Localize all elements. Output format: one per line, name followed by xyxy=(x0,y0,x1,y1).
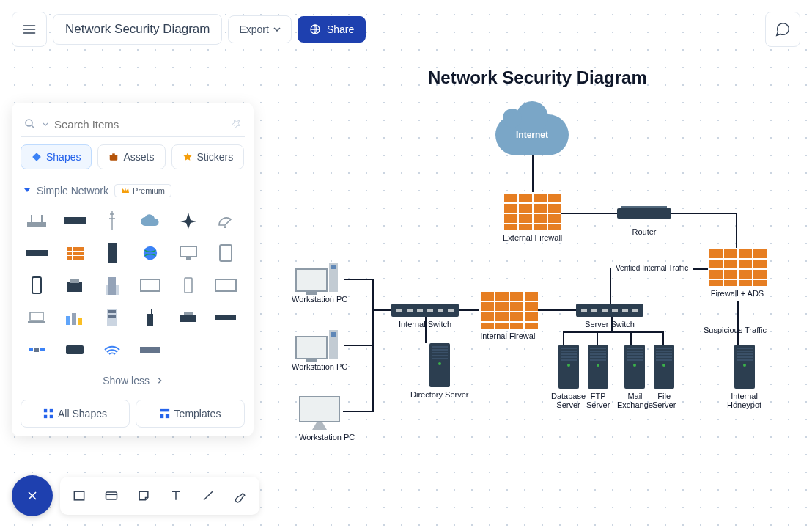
node-workstation-1[interactable]: Workstation PC xyxy=(292,263,347,304)
svg-rect-31 xyxy=(184,312,193,315)
workstation-3-label: Workstation PC xyxy=(299,433,355,441)
chevron-right-icon xyxy=(157,377,163,384)
node-workstation-3[interactable]: Workstation PC xyxy=(299,396,355,441)
comments-button[interactable] xyxy=(765,12,800,47)
shape-modem[interactable] xyxy=(210,303,242,332)
tool-line[interactable] xyxy=(193,481,223,510)
edge xyxy=(459,309,479,311)
node-ftp-server[interactable]: FTP Server xyxy=(586,345,610,409)
shape-drive[interactable] xyxy=(59,335,91,364)
tool-rectangle[interactable] xyxy=(64,481,94,510)
node-server-switch[interactable]: Server Switch xyxy=(576,304,643,329)
shape-server-tower[interactable] xyxy=(96,238,128,268)
edge xyxy=(372,345,374,412)
shape-switch[interactable] xyxy=(21,238,53,268)
export-button[interactable]: Export xyxy=(228,15,291,43)
mail-exchange-label: Mail Exchange xyxy=(617,392,653,409)
shape-fax[interactable] xyxy=(59,271,91,300)
shape-cloud[interactable] xyxy=(134,206,166,235)
shape-smartphone[interactable] xyxy=(21,271,53,300)
svg-rect-36 xyxy=(66,345,84,354)
edge xyxy=(630,331,632,345)
tab-assets[interactable]: Assets xyxy=(97,144,165,169)
shape-building[interactable] xyxy=(96,271,128,300)
line-icon xyxy=(201,488,215,503)
svg-rect-44 xyxy=(165,414,169,418)
export-label: Export xyxy=(239,23,268,35)
caret-down-icon xyxy=(43,122,48,126)
shape-monitor[interactable] xyxy=(172,238,204,268)
shape-jet[interactable] xyxy=(172,206,204,235)
svg-rect-28 xyxy=(147,314,153,326)
shape-monitor-wide[interactable] xyxy=(210,271,242,300)
shape-antenna-tower[interactable] xyxy=(96,206,128,235)
shape-laptop[interactable] xyxy=(21,303,53,332)
svg-rect-15 xyxy=(106,285,108,295)
node-router[interactable]: Router xyxy=(617,208,671,236)
tool-card[interactable] xyxy=(97,481,126,510)
shape-firewall[interactable] xyxy=(59,238,91,268)
node-internal-firewall[interactable]: Internal Firewall xyxy=(479,290,538,340)
svg-rect-20 xyxy=(30,312,43,320)
shape-printer[interactable] xyxy=(172,303,204,332)
shape-globe[interactable] xyxy=(134,238,166,268)
external-firewall-label: External Firewall xyxy=(503,233,562,242)
server-icon xyxy=(558,345,579,389)
svg-rect-5 xyxy=(64,217,86,224)
share-button[interactable]: Share xyxy=(298,16,366,43)
node-workstation-2[interactable]: Workstation PC xyxy=(292,330,347,371)
svg-rect-43 xyxy=(160,414,163,418)
svg-rect-2 xyxy=(110,155,118,161)
svg-rect-16 xyxy=(116,285,119,295)
svg-rect-14 xyxy=(108,277,116,295)
node-internet[interactable]: Internet xyxy=(495,114,569,155)
shape-hub[interactable] xyxy=(134,335,166,364)
search-icon xyxy=(23,117,37,131)
templates-button[interactable]: Templates xyxy=(136,400,245,428)
search-input[interactable] xyxy=(54,118,224,131)
pen-icon xyxy=(233,488,248,503)
shape-tablet[interactable] xyxy=(210,238,242,268)
tool-sticky-note[interactable] xyxy=(129,481,158,510)
shape-server-rack[interactable] xyxy=(96,303,128,332)
imac-icon xyxy=(299,396,340,430)
menu-button[interactable] xyxy=(12,12,47,47)
edge xyxy=(611,317,613,331)
show-less-button[interactable]: Show less xyxy=(21,367,245,394)
tool-pen[interactable] xyxy=(226,481,255,510)
shape-wifi-signal[interactable] xyxy=(96,335,128,364)
close-fab[interactable] xyxy=(12,475,53,516)
node-internal-honeypot[interactable]: Internal Honeypot xyxy=(727,345,761,409)
shape-rack-unit[interactable] xyxy=(59,206,91,235)
document-title-input[interactable]: Network Security Diagram xyxy=(53,14,222,45)
shape-phone[interactable] xyxy=(172,271,204,300)
tab-stickers[interactable]: Stickers xyxy=(171,144,245,169)
node-firewall-ads[interactable]: Firewall + ADS xyxy=(708,248,767,298)
node-directory-server[interactable]: Directory Server xyxy=(410,343,468,399)
shape-satellite[interactable] xyxy=(21,335,53,364)
edge xyxy=(561,213,617,214)
shape-walkie-talkie[interactable] xyxy=(134,303,166,332)
server-icon xyxy=(654,345,674,389)
category-header[interactable]: Simple Network Premium xyxy=(21,178,245,203)
internal-honeypot-label: Internal Honeypot xyxy=(727,392,761,409)
pin-icon[interactable] xyxy=(230,118,242,130)
shape-tv[interactable] xyxy=(134,271,166,300)
firewall-icon xyxy=(708,248,767,286)
svg-point-1 xyxy=(26,120,32,126)
globe-icon xyxy=(309,23,321,35)
shape-wifi-router[interactable] xyxy=(21,206,53,235)
tab-shapes[interactable]: Shapes xyxy=(21,144,92,169)
all-shapes-label: All Shapes xyxy=(58,408,107,419)
all-shapes-button[interactable]: All Shapes xyxy=(21,400,130,428)
shape-cityscape[interactable] xyxy=(59,303,91,332)
node-database-server[interactable]: Database Server xyxy=(551,345,586,409)
svg-rect-32 xyxy=(215,315,236,320)
router-icon xyxy=(617,208,671,219)
edge xyxy=(532,155,534,192)
tool-text[interactable] xyxy=(161,481,191,510)
node-file-server[interactable]: File Server xyxy=(652,345,676,409)
node-external-firewall[interactable]: External Firewall xyxy=(503,192,562,242)
shape-satellite-dish[interactable] xyxy=(210,206,242,235)
node-mail-exchange[interactable]: Mail Exchange xyxy=(617,345,653,409)
